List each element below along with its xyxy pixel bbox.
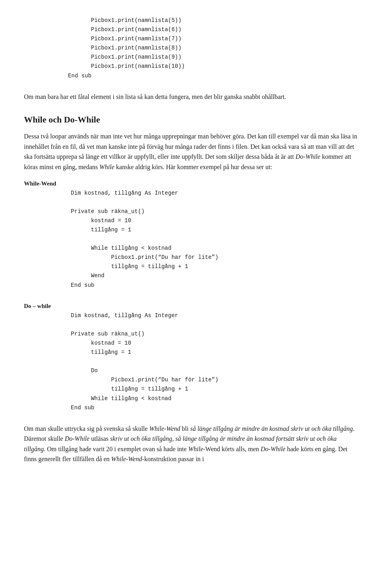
ww-line-8: Wend: [24, 271, 359, 280]
top-code-block: Picbox1.print(namnlista(5)) Picbox1.prin…: [24, 16, 359, 81]
ww-line-blank1: [24, 198, 359, 207]
while-wend-label: While-Wend: [24, 180, 359, 187]
paragraph-2-text3: kanske aldrig körs. Här kommer exempel p…: [116, 164, 272, 170]
p3-text1: Om man skulle uttrycka sig på svenska så…: [24, 425, 149, 432]
paragraph-2-dowhile-italic: Do-While: [296, 153, 320, 160]
p3-italic7: While-Wend: [111, 456, 142, 462]
code-line-5: Picbox1.print(namnlista(9)): [24, 53, 359, 62]
ww-line-5: While tillgång < kostnad: [24, 244, 359, 253]
code-line-1: Picbox1.print(namnlista(5)): [24, 16, 359, 25]
dw-line-blank1: [24, 320, 359, 330]
paragraph-2-while-italic: While: [99, 164, 114, 170]
while-wend-section: While-Wend Dim kostnad, tillgång As Inte…: [24, 180, 359, 290]
ww-line-4: tillgång = 1: [24, 225, 359, 235]
p3-text8: -konstruktion passar in i: [142, 456, 204, 462]
code-line-4: Picbox1.print(namnlista(8)): [24, 43, 359, 53]
p3-italic6: Do-While: [261, 446, 285, 452]
p3-text4: utläsas: [89, 435, 110, 442]
end-sub-top: End sub: [24, 71, 359, 81]
ww-line-blank2: [24, 235, 359, 244]
do-while-label: Do – while: [24, 303, 359, 310]
code-line-2: Picbox1.print(namnlista(6)): [24, 25, 359, 34]
dw-line-2: Private sub räkna_ut(): [24, 330, 359, 339]
p3-italic1: While-Wend: [149, 425, 180, 432]
p3-text6: -Wend körts alls, men: [203, 446, 261, 452]
ww-line-3: kostnad = 10: [24, 216, 359, 225]
section-heading-while-dowhile: While och Do-While: [24, 114, 359, 125]
code-line-6: Picbox1.print(namnlista(10)): [24, 62, 359, 71]
p3-italic3: Do-While: [65, 435, 89, 442]
dw-line-4: tillgång = 1: [24, 348, 359, 357]
do-while-code-block: Dim kostnad, tillgång As Integer Private…: [24, 311, 359, 412]
p3-italic5: While: [188, 446, 203, 452]
paragraph-2: Dessa två loopar används när man inte ve…: [24, 131, 359, 172]
dw-line-8: While tillgång < kostnad: [24, 394, 359, 403]
ww-line-1: Dim kostnad, tillgång As Integer: [24, 189, 359, 198]
paragraph-3: Om man skulle uttrycka sig på svenska så…: [24, 424, 359, 464]
p3-italic2: så länge tillgång är mindre än kostnad s…: [190, 425, 353, 432]
dw-line-6: Picbox1.print(“Du har för lite”): [24, 375, 359, 385]
dw-line-1: Dim kostnad, tillgång As Integer: [24, 311, 359, 320]
ww-line-9: End sub: [24, 281, 359, 290]
p3-text5: . Om tillgång hade varit 20 i exemplet o…: [44, 446, 188, 452]
ww-line-6: Picbox1.print(“Du har för lite”): [24, 253, 359, 262]
dw-line-9: End sub: [24, 403, 359, 412]
ww-line-2: Private sub räkna_ut(): [24, 207, 359, 216]
dw-line-3: kostnad = 10: [24, 339, 359, 348]
do-while-section: Do – while Dim kostnad, tillgång As Inte…: [24, 303, 359, 412]
dw-line-7: tillgång = tillgång + 1: [24, 385, 359, 394]
dw-line-blank2: [24, 357, 359, 366]
while-wend-code-block: Dim kostnad, tillgång As Integer Private…: [24, 189, 359, 290]
ww-line-7: tillgång = tillgång + 1: [24, 262, 359, 271]
paragraph-1: Om man bara har ett fåtal element i sin …: [24, 92, 359, 102]
code-line-3: Picbox1.print(namnlista(7)): [24, 34, 359, 43]
dw-line-5: Do: [24, 366, 359, 375]
p3-text2: bli: [180, 425, 190, 432]
